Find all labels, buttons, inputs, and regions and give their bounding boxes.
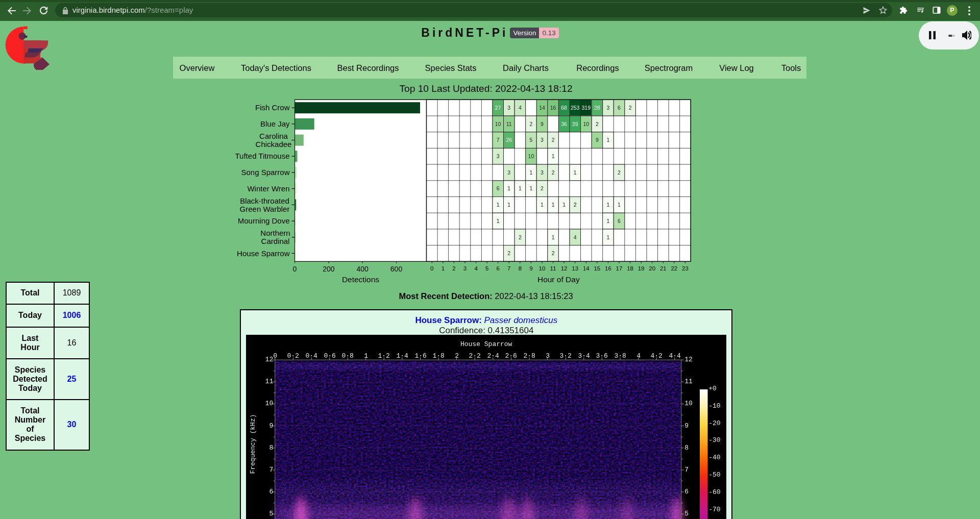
svg-text:1: 1 <box>618 202 621 208</box>
svg-text:253: 253 <box>571 105 580 111</box>
svg-text:319: 319 <box>582 105 591 111</box>
svg-text:3: 3 <box>507 105 510 111</box>
svg-text:5: 5 <box>529 137 532 143</box>
svg-text:10: 10 <box>539 265 546 271</box>
svg-text:Northern: Northern <box>260 229 290 237</box>
svg-text:7: 7 <box>497 137 500 143</box>
svg-text:17: 17 <box>616 265 623 271</box>
svg-text:400: 400 <box>357 265 369 273</box>
svg-text:1: 1 <box>552 153 555 159</box>
svg-text:10: 10 <box>583 121 589 127</box>
svg-text:600: 600 <box>390 265 403 273</box>
svg-text:2: 2 <box>552 137 555 143</box>
svg-text:1: 1 <box>529 185 532 191</box>
svg-text:6: 6 <box>496 265 499 271</box>
svg-text:19: 19 <box>638 265 645 271</box>
svg-text:House Sparrow: House Sparrow <box>237 249 290 258</box>
svg-text:2: 2 <box>552 169 555 176</box>
svg-text:9: 9 <box>596 137 599 143</box>
svg-text:36: 36 <box>561 121 567 127</box>
svg-text:11: 11 <box>550 265 556 271</box>
svg-text:6: 6 <box>618 218 621 224</box>
svg-text:4: 4 <box>474 265 478 271</box>
svg-text:9: 9 <box>541 121 544 127</box>
svg-text:1: 1 <box>606 218 609 224</box>
svg-text:21: 21 <box>660 265 667 271</box>
svg-text:7: 7 <box>507 265 510 271</box>
svg-text:Green Warbler: Green Warbler <box>240 205 290 213</box>
svg-text:20: 20 <box>649 265 655 271</box>
svg-text:2: 2 <box>519 234 522 240</box>
svg-text:Hour of Day: Hour of Day <box>537 275 580 284</box>
svg-text:3: 3 <box>463 265 467 271</box>
svg-text:2: 2 <box>574 202 577 208</box>
svg-text:Song Sparrow: Song Sparrow <box>241 168 289 177</box>
svg-text:1: 1 <box>552 234 555 240</box>
svg-text:1: 1 <box>519 185 522 191</box>
svg-text:0: 0 <box>293 265 297 273</box>
svg-text:Blue Jay: Blue Jay <box>260 119 290 128</box>
svg-text:Mourning Dove: Mourning Dove <box>238 216 290 225</box>
svg-text:1: 1 <box>541 202 544 208</box>
svg-text:3: 3 <box>541 137 544 143</box>
svg-text:2: 2 <box>507 250 510 256</box>
svg-text:2: 2 <box>629 105 632 111</box>
svg-text:14: 14 <box>583 265 590 271</box>
svg-text:1: 1 <box>497 218 500 224</box>
svg-text:22: 22 <box>671 265 677 271</box>
svg-text:26: 26 <box>506 137 512 143</box>
svg-text:27: 27 <box>495 105 501 111</box>
svg-text:16: 16 <box>605 265 611 271</box>
svg-text:2: 2 <box>452 265 455 271</box>
svg-text:3: 3 <box>541 169 544 176</box>
svg-text:3: 3 <box>497 153 500 159</box>
svg-text:1: 1 <box>497 202 500 208</box>
svg-text:1: 1 <box>552 202 555 208</box>
svg-text:15: 15 <box>594 265 600 271</box>
svg-text:10: 10 <box>528 153 534 159</box>
svg-text:18: 18 <box>627 265 633 271</box>
svg-text:Fish Crow: Fish Crow <box>255 103 290 112</box>
svg-text:8: 8 <box>519 265 522 271</box>
svg-text:23: 23 <box>682 265 689 271</box>
svg-text:Chickadee: Chickadee <box>256 140 292 149</box>
svg-text:3: 3 <box>606 105 609 111</box>
svg-text:9: 9 <box>529 265 532 271</box>
svg-text:14: 14 <box>539 105 545 111</box>
svg-text:68: 68 <box>561 105 567 111</box>
svg-text:28: 28 <box>594 105 600 111</box>
svg-text:2: 2 <box>596 121 599 127</box>
svg-text:Detections: Detections <box>342 275 379 284</box>
svg-text:Winter Wren: Winter Wren <box>247 184 289 193</box>
svg-text:13: 13 <box>572 265 578 271</box>
svg-text:1: 1 <box>507 202 510 208</box>
svg-text:2: 2 <box>529 121 532 127</box>
svg-text:6: 6 <box>497 185 500 191</box>
svg-text:1: 1 <box>529 169 532 176</box>
svg-text:1: 1 <box>606 137 609 143</box>
svg-text:10: 10 <box>495 121 501 127</box>
svg-text:1: 1 <box>562 202 566 208</box>
svg-text:1: 1 <box>507 185 510 191</box>
svg-text:16: 16 <box>550 105 556 111</box>
svg-text:39: 39 <box>572 121 578 127</box>
svg-text:6: 6 <box>618 105 621 111</box>
svg-text:1: 1 <box>606 234 609 240</box>
svg-text:2: 2 <box>541 185 544 191</box>
svg-text:12: 12 <box>561 265 568 271</box>
svg-text:1: 1 <box>606 202 609 208</box>
svg-text:4: 4 <box>519 105 522 111</box>
svg-text:1: 1 <box>442 265 445 271</box>
svg-text:Carolina: Carolina <box>259 132 288 140</box>
svg-text:200: 200 <box>323 265 335 273</box>
svg-text:Black-throated: Black-throated <box>240 196 289 205</box>
svg-text:0: 0 <box>430 265 433 271</box>
svg-text:3: 3 <box>507 169 510 176</box>
svg-text:2: 2 <box>552 250 555 256</box>
svg-text:1: 1 <box>574 169 577 176</box>
svg-text:11: 11 <box>506 121 512 127</box>
svg-text:Cardinal: Cardinal <box>261 237 290 245</box>
svg-text:4: 4 <box>574 234 577 240</box>
svg-text:2: 2 <box>618 169 621 176</box>
svg-text:5: 5 <box>485 265 488 271</box>
